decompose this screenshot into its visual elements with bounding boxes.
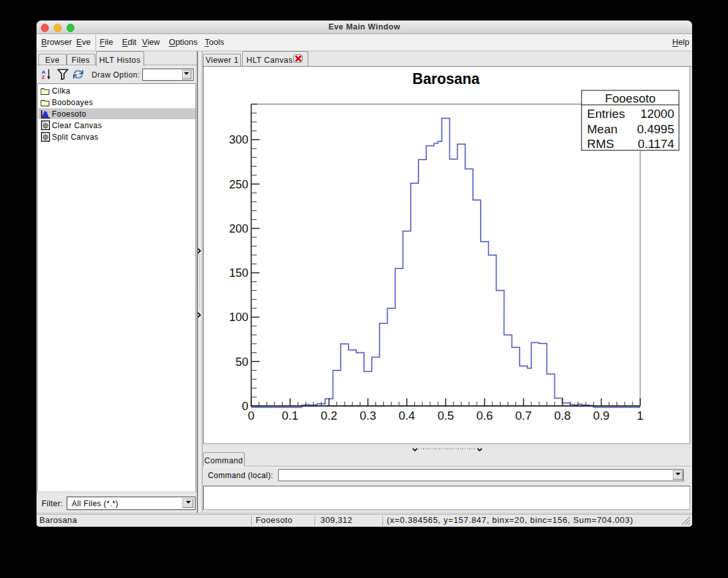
svg-text:0.3: 0.3 [360,409,376,422]
svg-text:0.6: 0.6 [476,409,493,422]
svg-text:250: 250 [229,178,248,191]
svg-text:0.4: 0.4 [399,409,415,422]
svg-text:50: 50 [235,356,248,368]
svg-text:300: 300 [229,133,248,146]
svg-text:0.7: 0.7 [515,409,532,422]
svg-text:Fooesoto: Fooesoto [605,92,656,105]
svg-text:0.2: 0.2 [321,409,338,422]
svg-text:0.5: 0.5 [438,409,454,422]
svg-text:100: 100 [229,311,248,324]
svg-text:0.1: 0.1 [282,409,299,422]
svg-text:12000: 12000 [640,107,674,120]
svg-text:200: 200 [229,222,248,235]
svg-text:150: 150 [229,267,248,279]
svg-text:RMS: RMS [587,137,614,151]
svg-text:0.1174: 0.1174 [638,137,674,151]
svg-text:1: 1 [637,409,643,422]
svg-text:Entries: Entries [587,107,628,120]
svg-text:0: 0 [248,409,254,422]
svg-text:0.9: 0.9 [593,409,609,422]
svg-text:Mean: Mean [587,122,618,136]
svg-text:Barosana: Barosana [413,70,480,87]
svg-text:0.8: 0.8 [554,409,571,422]
svg-text:0.4995: 0.4995 [637,122,674,136]
